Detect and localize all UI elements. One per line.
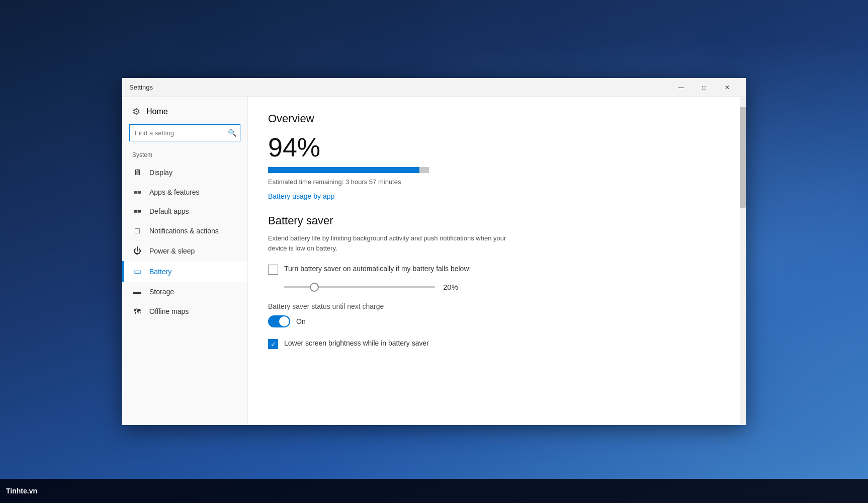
home-icon: ⚙	[132, 106, 140, 117]
sidebar-item-label: Display	[149, 169, 172, 177]
auto-checkbox-row: Turn battery saver on automatically if m…	[268, 264, 726, 275]
scrollbar-track[interactable]	[740, 97, 746, 425]
power-icon: ⏻	[132, 246, 142, 256]
toggle-row: On	[268, 315, 726, 327]
battery-saver-section: Battery saver Extend battery life by lim…	[268, 214, 726, 349]
slider-thumb[interactable]	[310, 283, 319, 292]
offline-maps-icon: 🗺	[132, 307, 142, 315]
window-controls: — □ ✕	[669, 78, 739, 97]
battery-icon: ▭	[132, 267, 142, 276]
window-body: ⚙ Home 🔍 System 🖥 Display ≡≡ Apps & feat…	[122, 97, 746, 425]
sidebar-item-label: Offline maps	[149, 307, 189, 315]
battery-percentage: 94%	[268, 133, 726, 162]
apps-icon: ≡≡	[132, 189, 142, 196]
lower-brightness-label: Lower screen brightness while in battery…	[284, 339, 429, 349]
sidebar-item-label: Battery	[149, 268, 171, 276]
threshold-slider-track[interactable]	[284, 286, 435, 288]
battery-saver-description: Extend battery life by limiting backgrou…	[268, 233, 509, 253]
sidebar-item-home[interactable]: ⚙ Home	[122, 97, 247, 124]
search-icon: 🔍	[228, 129, 236, 137]
default-apps-icon: ≡≡	[132, 208, 142, 215]
main-content: Overview 94% Estimated time remaining: 3…	[248, 97, 746, 425]
battery-saver-status-label: Battery saver status until next charge	[268, 302, 726, 310]
overview-title: Overview	[268, 112, 726, 125]
slider-value-label: 20%	[443, 283, 463, 291]
title-bar: Settings — □ ✕	[122, 78, 746, 97]
overview-section: Overview 94% Estimated time remaining: 3…	[268, 112, 726, 214]
window-title: Settings	[129, 83, 669, 91]
sidebar-item-label: Power & sleep	[149, 247, 195, 255]
sidebar-item-display[interactable]: 🖥 Display	[122, 162, 247, 183]
toggle-state-label: On	[296, 317, 306, 325]
lower-brightness-row: Lower screen brightness while in battery…	[268, 339, 726, 349]
notifications-icon: □	[132, 226, 142, 235]
close-button[interactable]: ✕	[716, 78, 739, 97]
threshold-slider-row: 20%	[268, 283, 726, 291]
time-remaining-text: Estimated time remaining: 3 hours 57 min…	[268, 178, 726, 186]
search-input[interactable]	[129, 124, 240, 141]
sidebar-item-label: Apps & features	[149, 188, 200, 196]
battery-progress-bar	[268, 167, 429, 173]
minimize-button[interactable]: —	[669, 78, 692, 97]
toggle-knob	[279, 316, 289, 326]
battery-usage-link[interactable]: Battery usage by app	[268, 192, 334, 200]
taskbar: Tinhte.vn	[0, 479, 868, 503]
sidebar-item-offline-maps[interactable]: 🗺 Offline maps	[122, 302, 247, 321]
taskbar-watermark: Tinhte.vn	[6, 487, 37, 495]
settings-window: Settings — □ ✕ ⚙ Home 🔍 System 🖥	[122, 78, 746, 425]
sidebar-item-power[interactable]: ⏻ Power & sleep	[122, 241, 247, 261]
sidebar-item-label: Default apps	[149, 207, 189, 215]
battery-progress-fill	[268, 167, 419, 173]
home-label: Home	[146, 107, 168, 116]
sidebar-item-battery[interactable]: ▭ Battery	[122, 261, 247, 282]
maximize-button[interactable]: □	[692, 78, 716, 97]
sidebar-item-notifications[interactable]: □ Notifications & actions	[122, 221, 247, 241]
lower-brightness-checkbox[interactable]	[268, 339, 278, 349]
sidebar-item-label: Storage	[149, 288, 174, 296]
sidebar-item-default-apps[interactable]: ≡≡ Default apps	[122, 202, 247, 221]
sidebar: ⚙ Home 🔍 System 🖥 Display ≡≡ Apps & feat…	[122, 97, 248, 425]
auto-enable-checkbox[interactable]	[268, 265, 278, 275]
display-icon: 🖥	[132, 168, 142, 177]
sidebar-item-storage[interactable]: ▬ Storage	[122, 282, 247, 302]
sidebar-section-label: System	[122, 148, 247, 162]
sidebar-search-container: 🔍	[129, 124, 240, 141]
battery-saver-toggle[interactable]	[268, 315, 290, 327]
battery-saver-title: Battery saver	[268, 214, 726, 227]
sidebar-item-apps[interactable]: ≡≡ Apps & features	[122, 183, 247, 202]
sidebar-item-label: Notifications & actions	[149, 227, 219, 235]
storage-icon: ▬	[132, 287, 142, 296]
scrollbar-thumb[interactable]	[740, 107, 746, 208]
auto-checkbox-label: Turn battery saver on automatically if m…	[284, 264, 471, 274]
